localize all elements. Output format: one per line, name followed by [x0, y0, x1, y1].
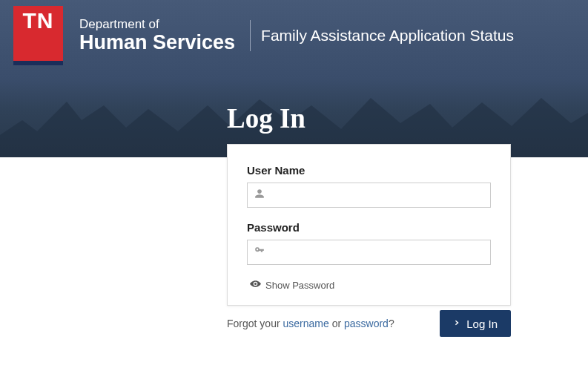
app-title: Family Assistance Application Status — [261, 27, 514, 45]
logo-text: Department of Human Services — [63, 6, 241, 65]
logo: TN Department of Human Services — [13, 6, 241, 65]
hero-banner: TN Department of Human Services Family A… — [0, 0, 588, 157]
logo-dept-name: Human Services — [79, 32, 235, 54]
header-divider — [250, 20, 251, 51]
logo-state-mark: TN — [13, 6, 63, 65]
login-card: User Name Password Show Password — [227, 144, 511, 157]
page-title: Log In — [227, 102, 588, 134]
header-row: TN Department of Human Services Family A… — [0, 0, 588, 65]
logo-dept-line: Department of — [79, 18, 235, 32]
